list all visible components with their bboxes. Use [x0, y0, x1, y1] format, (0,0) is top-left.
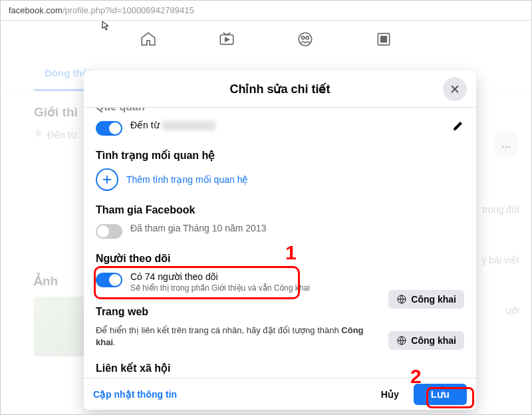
website-privacy-button[interactable]: Công khai [388, 290, 464, 309]
cursor-pointer-icon [102, 21, 111, 33]
add-relationship-button[interactable]: Thêm tình trạng mối quan hệ [96, 168, 464, 191]
hometown-toggle[interactable] [96, 121, 122, 136]
svg-point-3 [306, 37, 309, 39]
followers-section-title: Người theo dõi [96, 252, 464, 265]
joined-toggle[interactable] [96, 224, 122, 239]
website-section-title: Trang web [96, 306, 384, 318]
top-navigation [1, 21, 531, 58]
hometown-section-title: Quê quán [96, 108, 464, 113]
joined-label: Đã tham gia Tháng 10 năm 2013 [130, 223, 464, 233]
url-host: facebook.com [9, 5, 63, 15]
modal-header: Chỉnh sửa chi tiết [84, 70, 476, 108]
watch-icon[interactable] [217, 30, 236, 49]
svg-point-1 [299, 33, 312, 46]
globe-icon [396, 294, 407, 305]
url-bar: facebook.com/profile.php?id=100006942789… [1, 1, 531, 21]
pencil-icon [452, 120, 464, 132]
svg-rect-5 [381, 37, 387, 43]
annotation-number-1: 1 [285, 241, 297, 264]
plus-circle-icon [96, 168, 118, 191]
url-path: /profile.php?id=100006942789415 [63, 5, 194, 15]
website-description: Để hiển thị liên kết trên trang cá nhân,… [96, 325, 384, 348]
close-icon [449, 83, 461, 95]
hometown-label: Đến từ [130, 120, 160, 130]
update-info-link[interactable]: Cập nhật thông tin [93, 389, 177, 400]
modal-title: Chỉnh sửa chi tiết [229, 82, 330, 96]
globe-icon [396, 335, 407, 346]
joined-section-title: Tham gia Facebook [96, 204, 464, 216]
close-button[interactable] [443, 77, 467, 101]
save-button[interactable]: Lưu [414, 384, 467, 405]
modal-body: Quê quán Đến từ Tình trạng mối quan hệ T… [84, 108, 476, 378]
followers-toggle[interactable] [96, 273, 122, 287]
redacted-text [162, 121, 215, 130]
svg-point-2 [302, 37, 305, 39]
gaming-icon[interactable] [374, 30, 393, 49]
home-icon[interactable] [139, 30, 158, 49]
followers-label: Có 74 người theo dõi [130, 271, 464, 282]
edit-details-modal: Chỉnh sửa chi tiết Quê quán Đến từ Tình … [84, 70, 476, 410]
add-relationship-label: Thêm tình trạng mối quan hệ [126, 174, 248, 185]
annotation-number-2: 2 [410, 365, 422, 388]
relationship-section-title: Tình trạng mối quan hệ [96, 149, 464, 162]
social-privacy-button[interactable]: Công khai [388, 331, 464, 350]
groups-icon[interactable] [296, 30, 315, 49]
edit-hometown-button[interactable] [452, 120, 464, 134]
social-section-title: Liên kết xã hội [96, 362, 384, 374]
cancel-button[interactable]: Hủy [372, 385, 408, 404]
